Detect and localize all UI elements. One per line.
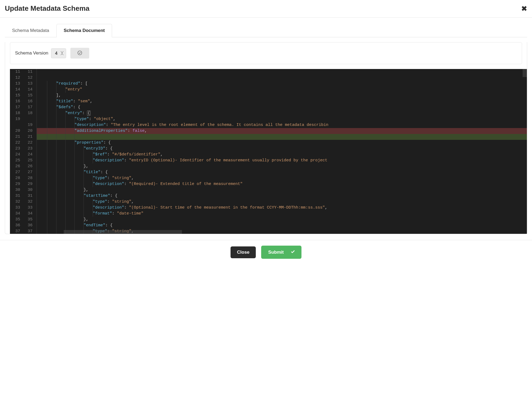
code-editor[interactable]: 1111121213131414151516161717181819192020…: [10, 69, 527, 234]
code-line[interactable]: "$ref": "#/$defs/identifier",: [37, 152, 527, 158]
check-icon: [290, 249, 296, 256]
tab-schema-metadata[interactable]: Schema Metadata: [5, 24, 56, 37]
editor-code[interactable]: "required": ["entry"],"title": "sem","$d…: [37, 69, 527, 234]
code-line[interactable]: },: [37, 187, 527, 193]
code-line[interactable]: "$defs": {: [37, 104, 527, 110]
modal-title: Update Metadata Schema: [5, 4, 89, 13]
code-line[interactable]: "required": [: [37, 81, 527, 87]
code-line[interactable]: ],: [37, 93, 527, 99]
schema-version-select[interactable]: 4: [51, 48, 66, 58]
schema-version-label: Schema Version: [15, 50, 48, 56]
editor-horizontal-scrollbar[interactable]: [64, 230, 182, 234]
close-button[interactable]: Close: [231, 246, 256, 258]
code-line[interactable]: "additionalProperties": false,: [37, 128, 527, 134]
code-line[interactable]: [37, 134, 527, 140]
code-line[interactable]: "format": "date-time": [37, 211, 527, 217]
submit-label: Submit: [268, 250, 284, 255]
submit-button[interactable]: Submit: [261, 246, 301, 259]
tab-schema-document[interactable]: Schema Document: [56, 24, 112, 37]
code-line[interactable]: "title": {: [37, 169, 527, 175]
code-line[interactable]: "type": "object",: [37, 116, 527, 122]
editor-gutter: 1111121213131414151516161717181819192020…: [10, 69, 37, 234]
code-line[interactable]: "type": "string",: [37, 175, 527, 181]
code-line[interactable]: "title": "sem",: [37, 99, 527, 104]
code-line[interactable]: "entry": {: [37, 110, 527, 116]
code-line[interactable]: "properties": {: [37, 140, 527, 146]
code-line[interactable]: },: [37, 163, 527, 169]
code-line[interactable]: },: [37, 217, 527, 223]
schema-version-bar: Schema Version 4: [10, 42, 522, 64]
code-line[interactable]: "description": "(Required)- Extended tit…: [37, 181, 527, 187]
code-line[interactable]: "entry": [37, 87, 527, 93]
code-line[interactable]: "description": "The entry level is the r…: [37, 122, 527, 128]
modal: Update Metadata Schema ✖ Schema Metadata…: [0, 0, 532, 264]
code-line[interactable]: "endTime": {: [37, 223, 527, 228]
tab-content: Schema Version 4 11111212131314141515161…: [5, 42, 527, 234]
code-line[interactable]: "entryID": {: [37, 146, 527, 152]
check-circle-icon: [77, 50, 82, 56]
modal-body: Schema Metadata Schema Document Schema V…: [0, 18, 532, 234]
modal-footer: Close Submit: [0, 240, 532, 264]
code-line[interactable]: "description": "entryID (Optional)- Iden…: [37, 158, 527, 163]
close-icon[interactable]: ✖: [521, 5, 527, 12]
code-line[interactable]: "type": "string",: [37, 199, 527, 205]
svg-point-0: [78, 51, 82, 55]
code-line[interactable]: "description": "(Optional)- Start time o…: [37, 205, 527, 211]
validate-button[interactable]: [70, 48, 89, 59]
editor-vertical-scrollbar[interactable]: [523, 69, 527, 77]
modal-header: Update Metadata Schema ✖: [0, 0, 532, 18]
tab-bar: Schema Metadata Schema Document: [5, 24, 527, 37]
code-line[interactable]: "startTime": {: [37, 193, 527, 199]
